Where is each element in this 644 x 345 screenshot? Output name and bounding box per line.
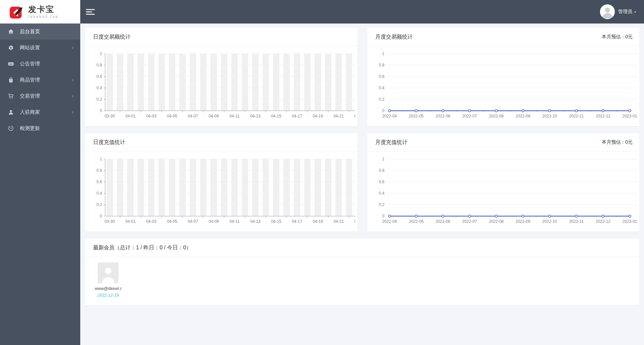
data-point-marker: [415, 110, 417, 112]
brand-text: 发卡宝 fakabao.top: [28, 5, 59, 18]
background-bar: [169, 159, 175, 216]
sidebar-item-home[interactable]: 后台首页: [0, 23, 80, 40]
axis-tick-label: 04-11: [230, 114, 240, 118]
axis-tick-label: 04-15: [271, 114, 281, 118]
chart-card-header: 日度充值统计: [85, 133, 357, 152]
gear-icon-part: [9, 45, 13, 50]
person-silhouette-icon: [105, 268, 111, 274]
chart-canvas[interactable]: 00.20.40.60.812022-042022-052022-062022-…: [369, 155, 638, 227]
bar-chart: 00.20.40.60.8103-3004-0104-0304-0504-070…: [87, 155, 355, 227]
background-bar: [283, 54, 290, 111]
sidebar-item-merchants[interactable]: 入驻商家›: [0, 104, 80, 120]
background-bar: [252, 54, 259, 111]
axis-tick-label: 04-19: [313, 114, 323, 118]
announcement-icon-part: NEW: [9, 63, 13, 65]
axis-tick-label: 04-07: [188, 114, 198, 118]
cart-icon-part: [8, 93, 14, 99]
cart-icon-part: [8, 94, 13, 97]
monthly-transaction-chart-card: 月度交易额统计本月预估：0元00.20.40.60.812022-042022-…: [367, 28, 640, 126]
axis-tick-label: 04-05: [167, 219, 177, 224]
sidebar-item-products[interactable]: 商品管理›: [0, 72, 80, 88]
axis-tick-label: 2022-06: [435, 114, 450, 118]
axis-tick-label: 2022-11: [569, 114, 583, 118]
sidebar-item-trades[interactable]: 交易管理›: [0, 88, 80, 104]
data-point-marker: [602, 215, 604, 217]
sidebar-item-check-update[interactable]: 检测更新: [0, 120, 80, 136]
hamburger-menu-icon[interactable]: [86, 9, 95, 15]
chart-canvas[interactable]: 00.20.40.60.8103-3004-0104-0304-0504-070…: [87, 155, 355, 227]
background-bar: [346, 54, 352, 111]
chart-canvas[interactable]: 00.20.40.60.8103-3004-0104-0304-0504-070…: [87, 50, 355, 121]
axis-tick-label: 2022-10: [542, 219, 557, 224]
sidebar-item-site-settings[interactable]: 网站设置›: [0, 40, 80, 56]
logo[interactable]: 发卡宝 fakabao.top: [0, 0, 80, 23]
axis-tick-label: 0.4: [379, 191, 384, 196]
data-point-marker: [468, 110, 471, 112]
chart-card-header: 月度充值统计本月预估：0元: [367, 133, 640, 152]
background-bar: [335, 54, 342, 111]
home-icon-part: [8, 29, 14, 35]
axis-tick-label: 04-05: [167, 114, 177, 118]
merchant-person-icon-part: [9, 112, 13, 114]
data-point-marker: [495, 110, 497, 112]
axis-tick-label: 04-07: [188, 219, 198, 224]
background-bar: [325, 159, 331, 216]
background-bar: [221, 159, 227, 216]
data-point-marker: [468, 215, 471, 217]
axis-tick-label: 03-30: [104, 219, 115, 224]
data-point-marker: [629, 215, 631, 217]
background-bar: [231, 159, 238, 216]
axis-tick-label: 2022-09: [515, 219, 530, 224]
axis-tick-label: 04-19: [313, 219, 323, 224]
axis-tick-label: 2022-08: [489, 114, 503, 118]
data-point-marker: [522, 110, 524, 112]
background-bar: [148, 159, 154, 216]
axis-tick-label: 2023-01: [622, 219, 637, 224]
axis-tick-label: 0.4: [96, 86, 102, 90]
chart-title: 月度交易额统计: [375, 34, 413, 41]
axis-tick-label: 0.6: [379, 74, 384, 79]
axis-tick-label: 0: [100, 214, 102, 218]
background-bar: [242, 54, 248, 111]
axis-tick-label: 0.8: [379, 63, 384, 67]
sidebar-item-label: 检测更新: [20, 125, 74, 132]
data-point-marker: [629, 110, 631, 112]
goods-bag-icon-part: [9, 79, 13, 82]
background-bar: [304, 159, 311, 216]
axis-tick-label: 2022-08: [489, 219, 503, 224]
user-menu[interactable]: 管理员 ▾: [600, 4, 636, 19]
axis-tick-label: 0.6: [379, 180, 384, 184]
merchant-person-icon-part: [8, 109, 14, 115]
latest-members-header: 最新会员（总计：1 / 昨日：0 / 今日：0）: [85, 239, 639, 257]
axis-tick-label: 2022-09: [515, 114, 530, 118]
merchant-person-icon-part: [10, 110, 12, 112]
axis-tick-label: 0.2: [379, 202, 384, 207]
axis-tick-label: 2022-05: [409, 219, 423, 224]
sidebar-item-announcements[interactable]: NEW公告管理: [0, 56, 80, 72]
data-point-marker: [388, 110, 390, 112]
axis-tick-label: 0.8: [96, 63, 102, 67]
chart-canvas[interactable]: 00.20.40.60.812022-042022-052022-062022-…: [369, 50, 638, 121]
data-point-marker: [575, 110, 578, 112]
daily-recharge-chart-card: 日度充值统计00.20.40.60.8103-3004-0104-0304-05…: [85, 133, 357, 232]
axis-tick-label: 04-23: [354, 114, 355, 118]
background-bar: [200, 54, 206, 111]
axis-tick-label: 0: [100, 108, 102, 113]
goods-bag-icon-part: [10, 80, 11, 80]
chart-title: 日度交易额统计: [93, 34, 131, 41]
background-bar: [294, 54, 300, 111]
data-point-marker: [548, 215, 551, 217]
background-bar: [179, 159, 186, 216]
sidebar-item-label: 网站设置: [20, 45, 72, 51]
axis-tick-label: 0.4: [96, 191, 102, 196]
cart-icon: [8, 93, 14, 99]
sidebar-item-label: 交易管理: [20, 93, 72, 99]
daily-transaction-chart-card: 日度交易额统计00.20.40.60.8103-3004-0104-0304-0…: [85, 28, 357, 126]
chevron-right-icon: ›: [72, 77, 74, 83]
axis-tick-label: 0.2: [96, 202, 102, 207]
data-point-marker: [442, 215, 444, 217]
sidebar: 发卡宝 fakabao.top 后台首页网站设置›NEW公告管理商品管理›交易管…: [0, 0, 80, 345]
axis-tick-label: 04-13: [250, 114, 261, 118]
background-bar: [221, 54, 227, 111]
announcement-icon: NEW: [8, 61, 14, 67]
